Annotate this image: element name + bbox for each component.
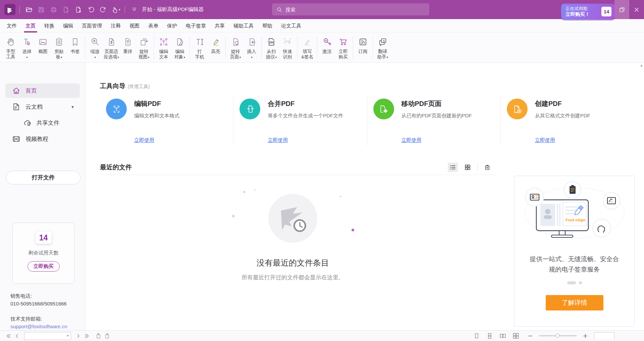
carousel-dot[interactable] [579,281,582,284]
delete-page-button[interactable] [61,5,71,15]
menu-tab-12[interactable]: 帮助 [258,19,277,33]
page-fit-options-button[interactable]: 页面适应选项▾ [103,35,120,60]
reflow-button[interactable]: 重排 [120,35,136,60]
zoom-button[interactable]: 缩放▾ [87,35,103,60]
facing-page-icon[interactable] [498,332,507,340]
typewriter-button[interactable]: 打字机 [192,35,208,60]
next-page-icon[interactable] [74,332,83,340]
carousel-dot-active[interactable] [567,281,576,284]
sidebar-item-cloud-docs[interactable]: 云文档▼ [5,100,80,114]
sidebar-item-home[interactable]: 首页 [5,83,80,98]
snapshot-button[interactable]: 截图 [35,35,51,60]
bookmark-button[interactable]: 书签 [67,35,83,60]
use-now-link[interactable]: 立即使用 [535,137,590,144]
prev-page-icon[interactable] [13,332,21,340]
toolbar-group-5: 从扫描仪▾OCR快速识别 [263,35,296,60]
translate-icon: A [377,36,388,48]
hand-tool-button[interactable]: 手型工具 [3,35,19,60]
learn-more-button[interactable]: 了解详情 [546,295,603,310]
from-scanner-button[interactable]: 从扫描仪▾ [263,35,279,60]
quick-ocr-button[interactable]: OCR快速识别 [279,35,296,60]
sidebar-item-shared-files[interactable]: 共享文件 [5,116,80,130]
chevron-down-icon[interactable]: ▼ [71,105,74,109]
menu-tab-10[interactable]: 共享 [210,19,229,33]
search-box[interactable] [272,3,429,15]
rotate-right-icon[interactable] [103,332,111,340]
toolbar-separator [373,37,373,59]
trial-countdown-badge[interactable]: 正在试用期 立即购买！ 14 [561,4,615,19]
content-scrollbar[interactable]: ▲ [639,63,644,330]
undo-button[interactable] [86,5,96,15]
zoom-icon [89,36,101,48]
zoom-slider-thumb[interactable] [555,334,559,338]
rotate-view-button[interactable]: 旋转视图▾ [136,35,152,60]
list-view-icon[interactable] [448,163,458,172]
insert-button[interactable]: 插入▾ [244,35,260,60]
menu-tab-8[interactable]: 保护 [163,19,181,33]
menu-tab-4[interactable]: 页面管理 [77,19,106,33]
page-dropdown-caret[interactable]: ▼ [66,334,71,337]
support-email-link[interactable]: support@foxitsoftware.cn [10,323,67,330]
search-icon [276,6,282,13]
restore-button[interactable] [614,0,629,19]
edit-text-button[interactable]: 编辑文本 [156,35,172,60]
menu-tab-11[interactable]: 辅助工具 [229,19,258,33]
zoom-percentage-box[interactable] [594,332,614,339]
zoom-slider[interactable] [539,335,577,336]
edit-object-button[interactable]: 编辑对象▾ [172,35,188,60]
save-button[interactable] [36,5,46,15]
last-page-icon[interactable] [83,332,91,340]
activate-label2 [326,54,328,60]
grid-view-icon[interactable] [463,163,473,172]
select-tool-button[interactable]: 选择▾ [19,35,35,60]
fill-sign-label: 填写 [303,49,312,54]
menu-tab-0[interactable]: 文件 [2,19,21,33]
buy-now-button[interactable]: 立即购买 [28,261,60,272]
use-now-link[interactable]: 立即使用 [268,137,343,144]
print-button[interactable] [49,5,59,15]
facing-continuous-icon[interactable] [512,332,520,340]
subscribe-label: 订阅 [359,49,368,54]
menu-tab-9[interactable]: 电子签章 [181,19,210,33]
highlight-button[interactable]: 高亮 [208,35,224,60]
collapse-toolbar-button[interactable] [129,5,139,15]
search-input[interactable] [285,7,425,12]
menu-tab-3[interactable]: 编辑 [59,19,77,33]
fill-sign-button[interactable]: 填写&签名 [299,35,315,60]
sidebar-item-video-tutorials[interactable]: 视频教程 [5,132,80,146]
use-now-link[interactable]: 立即使用 [401,137,472,144]
clear-recent-icon[interactable] [482,163,492,172]
single-page-icon[interactable] [472,332,481,340]
typewriter-label2: 字机 [195,54,204,60]
continuous-page-icon[interactable] [485,332,494,340]
clipboard-button[interactable]: 剪贴板▾ [51,35,67,60]
zoom-in-icon[interactable] [581,332,590,340]
new-file-button[interactable] [73,5,84,15]
buy-now-button[interactable]: 立即购买 [335,35,351,60]
menu-tab-6[interactable]: 视图 [125,19,144,33]
menu-tab-5[interactable]: 注释 [106,19,125,33]
menu-tab-7[interactable]: 表单 [144,19,163,33]
activate-button[interactable]: 激活 [319,35,335,60]
subscribe-button[interactable]: 订阅 [355,35,371,60]
first-page-icon[interactable] [4,332,13,340]
close-button[interactable] [629,0,644,19]
page-number-box[interactable]: ▼ [24,332,71,340]
open-file-button[interactable]: 打开文件 [6,171,80,184]
hand-pointer-button[interactable]: ▾ [111,5,121,15]
rotate-pages-button[interactable]: 旋转页面▾ [227,35,244,60]
sparkle-decoration: ✦ [254,188,256,192]
menu-tab-2[interactable]: 转换 [40,19,59,33]
use-now-link[interactable]: 立即使用 [134,137,179,144]
zoom-percentage-input[interactable] [594,333,614,339]
toolbar-separator [85,37,85,59]
rotate-left-icon[interactable] [94,332,103,340]
translate-assistant-button[interactable]: A翻译助手▾ [375,35,391,60]
menu-tab-1[interactable]: 主页 [21,19,40,33]
redo-button[interactable] [98,5,108,15]
menu-tab-13[interactable]: 论文工具 [277,19,306,33]
zoom-out-icon[interactable] [526,332,535,340]
page-number-input[interactable] [24,333,66,338]
scroll-up-arrow[interactable]: ▲ [640,64,643,330]
open-folder-button[interactable] [24,5,34,15]
